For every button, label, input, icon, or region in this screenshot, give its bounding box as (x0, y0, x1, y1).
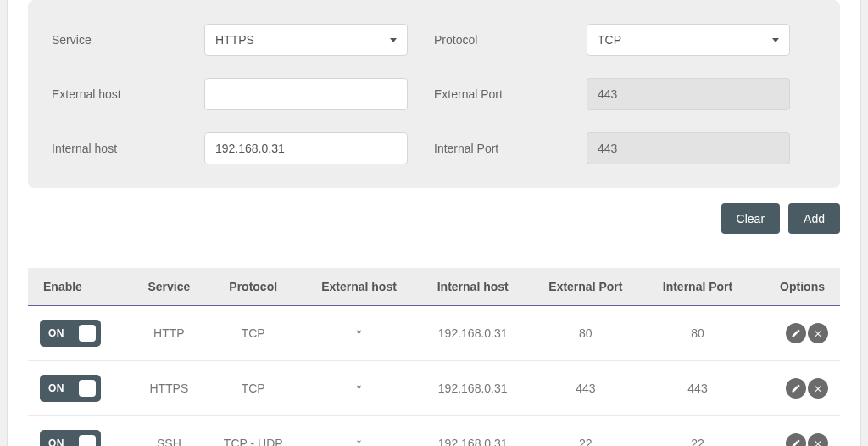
cell-internal-host: 192.168.0.31 (417, 416, 528, 447)
col-options: Options (753, 268, 840, 306)
enable-toggle[interactable]: ON (40, 375, 101, 402)
col-external-host: External host (301, 268, 417, 306)
enable-toggle[interactable]: ON (40, 320, 101, 347)
internal-port-value: 443 (598, 142, 617, 155)
protocol-label: Protocol (434, 33, 587, 47)
edit-icon[interactable] (786, 323, 806, 343)
delete-icon[interactable] (808, 378, 828, 399)
external-host-label: External host (52, 87, 204, 101)
external-port-value: 443 (598, 87, 617, 101)
cell-service: HTTPS (132, 361, 205, 416)
col-service: Service (132, 268, 205, 306)
cell-service: HTTP (132, 306, 205, 361)
external-host-input[interactable] (204, 78, 408, 110)
port-forward-form: Service HTTPS Protocol TCP External host (28, 0, 840, 188)
internal-port-field: 443 (587, 132, 790, 164)
cell-protocol: TCP (206, 306, 301, 361)
col-external-port: External Port (528, 268, 643, 306)
col-enable: Enable (28, 268, 132, 306)
protocol-select[interactable]: TCP (587, 24, 790, 56)
external-port-label: External Port (434, 87, 587, 101)
cell-internal-port: 80 (643, 306, 752, 361)
port-forward-table: Enable Service Protocol External host In… (28, 268, 840, 446)
protocol-select-value: TCP (598, 33, 621, 47)
cell-internal-port: 443 (643, 361, 752, 416)
cell-internal-host: 192.168.0.31 (417, 306, 528, 361)
toggle-knob (79, 435, 96, 446)
cell-external-port: 22 (528, 416, 643, 447)
edit-icon[interactable] (786, 378, 806, 399)
delete-icon[interactable] (808, 433, 828, 446)
col-internal-host: Internal host (417, 268, 528, 306)
toggle-knob (79, 380, 96, 397)
edit-icon[interactable] (786, 433, 806, 446)
chevron-down-icon (390, 38, 397, 42)
cell-external-host: * (301, 416, 417, 447)
col-protocol: Protocol (206, 268, 301, 306)
internal-port-label: Internal Port (434, 142, 587, 155)
external-port-field: 443 (587, 78, 790, 110)
cell-external-port: 443 (528, 361, 643, 416)
col-internal-port: Internal Port (643, 268, 752, 306)
cell-service: SSH (132, 416, 205, 447)
toggle-on-label: ON (48, 327, 64, 339)
internal-host-label: Internal host (52, 142, 204, 155)
cell-internal-port: 22 (643, 416, 752, 447)
service-select-value: HTTPS (215, 33, 254, 47)
chevron-down-icon (772, 38, 779, 42)
internal-host-input[interactable] (204, 132, 408, 164)
toggle-on-label: ON (48, 382, 64, 394)
delete-icon[interactable] (808, 323, 828, 343)
cell-external-port: 80 (528, 306, 643, 361)
table-row: ONHTTPSTCP*192.168.0.31443443 (28, 361, 840, 416)
enable-toggle[interactable]: ON (40, 430, 101, 446)
add-button[interactable]: Add (788, 203, 840, 234)
service-select[interactable]: HTTPS (204, 24, 408, 56)
cell-protocol: TCP - UDP (206, 416, 301, 447)
service-label: Service (52, 33, 204, 47)
table-row: ONHTTPTCP*192.168.0.318080 (28, 306, 840, 361)
cell-internal-host: 192.168.0.31 (417, 361, 528, 416)
toggle-on-label: ON (48, 438, 64, 446)
table-row: ONSSHTCP - UDP*192.168.0.312222 (28, 416, 840, 447)
cell-external-host: * (301, 361, 417, 416)
cell-protocol: TCP (206, 361, 301, 416)
toggle-knob (79, 325, 96, 342)
cell-external-host: * (301, 306, 417, 361)
clear-button[interactable]: Clear (721, 203, 780, 234)
